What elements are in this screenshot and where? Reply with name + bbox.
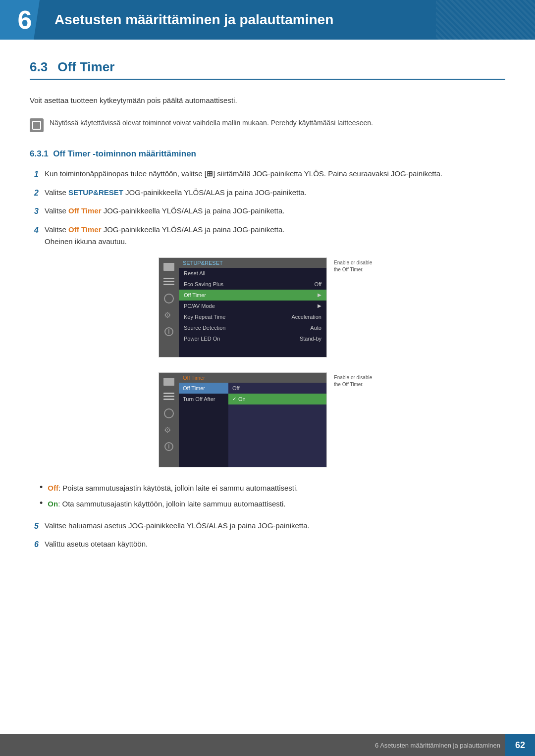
steps-list: 1 Kun toimintonäppäinopas tulee näyttöön… <box>30 168 505 248</box>
chapter-number: 6 <box>13 5 32 35</box>
step-number-2: 2 <box>30 187 39 200</box>
sidebar-icon-monitor <box>163 263 174 271</box>
screen2-option-off: Off <box>228 383 326 394</box>
step-2: 2 Valitse SETUP&RESET JOG-painikkeella Y… <box>30 187 505 200</box>
bullet-off-label: Off <box>48 484 58 492</box>
chapter-title: Asetusten määrittäminen ja palauttaminen <box>45 12 333 28</box>
step-number-1: 1 <box>30 168 39 181</box>
header-background <box>436 0 535 40</box>
menu-item-reset-all: Reset All <box>179 268 326 279</box>
step2-highlight: SETUP&RESET <box>68 188 123 197</box>
section-number: 6.3 <box>30 59 48 75</box>
screen2-menu-header: Off Timer <box>179 373 326 383</box>
step4-highlight: Off Timer <box>68 225 101 234</box>
screen2-item-off-timer: Off Timer <box>179 383 228 394</box>
screen2-right-menu: Off ✓ On <box>228 383 326 467</box>
step-text-4: Valitse Off Timer JOG-painikkeella YLÖS/… <box>45 224 284 248</box>
bullet-text-off: Off: Poista sammutusajastin käytöstä, jo… <box>48 482 298 494</box>
step-5: 5 Valitse haluamasi asetus JOG-painikkee… <box>30 520 505 533</box>
sidebar-icon-info: i <box>164 327 173 336</box>
step-text-3: Valitse Off Timer JOG-painikkeella YLÖS/… <box>45 205 284 217</box>
page-footer: 6 Asetusten määrittäminen ja palauttamin… <box>0 734 535 756</box>
screen2-menu-body: Off Timer Turn Off After Off ✓ On <box>179 383 326 467</box>
bullet-text-on: On: Ota sammutusajastin käyttöön, jolloi… <box>48 498 285 510</box>
step-text-6: Valittu asetus otetaan käyttöön. <box>45 538 148 550</box>
note-icon <box>30 118 44 132</box>
step-4: 4 Valitse Off Timer JOG-painikkeella YLÖ… <box>30 224 505 248</box>
screenshot-2-wrapper: i Off Timer Off Timer Turn Off After Off… <box>159 372 376 467</box>
bullet-off: • Off: Poista sammutusajastin käytöstä, … <box>40 482 505 494</box>
bullet-on: • On: Ota sammutusajastin käyttöön, joll… <box>40 498 505 510</box>
step-6: 6 Valittu asetus otetaan käyttöön. <box>30 538 505 551</box>
screen2-sidebar-icon-monitor <box>163 378 174 386</box>
step-number-5: 5 <box>30 520 39 533</box>
menu-item-eco: Eco Saving PlusOff <box>179 279 326 290</box>
screen1-note: Enable or disable the Off Timer. <box>332 257 376 275</box>
step-text-2: Valitse SETUP&RESET JOG-painikkeella YLÖ… <box>45 187 307 199</box>
page-header: 6 Asetusten määrittäminen ja palauttamin… <box>0 0 535 40</box>
section-title-block: 6.3 Off Timer <box>30 59 505 80</box>
main-content: 6.3 Off Timer Voit asettaa tuotteen kytk… <box>0 40 535 601</box>
screen1-menu: SETUP&RESET Reset All Eco Saving PlusOff… <box>179 258 326 357</box>
screenshots-section: i SETUP&RESET Reset All Eco Saving PlusO… <box>30 257 505 467</box>
sidebar-icon-arrow <box>164 294 174 303</box>
menu-item-off-timer: Off Timer▶ <box>179 290 326 301</box>
note-text: Näytössä käytettävissä olevat toiminnot … <box>50 117 373 128</box>
screen1-menu-header: SETUP&RESET <box>179 258 326 268</box>
screen2-sidebar-icon-lines <box>163 393 174 402</box>
screen2-note: Enable or disable the Off Timer. <box>332 372 376 390</box>
screen2-box: i Off Timer Off Timer Turn Off After Off… <box>159 372 327 467</box>
screen2-sidebar-icon-arrow <box>164 408 174 418</box>
subsection-title: 6.3.1 Off Timer -toiminnon määrittäminen <box>30 149 505 159</box>
screen2-sidebar: i <box>159 373 179 467</box>
footer-text: 6 Asetusten määrittäminen ja palauttamin… <box>0 742 505 749</box>
screen1-box: i SETUP&RESET Reset All Eco Saving PlusO… <box>159 257 327 357</box>
chapter-number-box: 6 <box>0 0 45 40</box>
screen2-option-on: ✓ On <box>228 394 326 404</box>
step-3: 3 Valitse Off Timer JOG-painikkeella YLÖ… <box>30 205 505 218</box>
sidebar-icon-gear <box>164 310 174 320</box>
step-text-5: Valitse haluamasi asetus JOG-painikkeell… <box>45 520 310 532</box>
step3-highlight: Off Timer <box>68 206 101 215</box>
section-name: Off Timer <box>57 59 114 75</box>
subsection-name: Off Timer -toiminnon määrittäminen <box>53 149 196 158</box>
screen2-left-menu: Off Timer Turn Off After <box>179 383 228 467</box>
screen2-menu: Off Timer Off Timer Turn Off After Off ✓… <box>179 373 326 467</box>
screen2-sidebar-icon-gear <box>164 425 174 435</box>
screen2-sidebar-icon-info: i <box>164 442 173 451</box>
screenshot-1-wrapper: i SETUP&RESET Reset All Eco Saving PlusO… <box>159 257 376 357</box>
section-description: Voit asettaa tuotteen kytkeytymään pois … <box>30 95 505 106</box>
step-text-1: Kun toimintonäppäinopas tulee näyttöön, … <box>45 168 442 180</box>
menu-item-pcav: PC/AV Mode▶ <box>179 301 326 311</box>
bullet-dot-1: • <box>40 482 43 493</box>
note-box: Näytössä käytettävissä olevat toiminnot … <box>30 115 505 134</box>
step-1: 1 Kun toimintonäppäinopas tulee näyttöön… <box>30 168 505 181</box>
step-number-3: 3 <box>30 205 39 218</box>
screen2-item-turn-off-after: Turn Off After <box>179 394 228 404</box>
steps-list-2: 5 Valitse haluamasi asetus JOG-painikkee… <box>30 520 505 551</box>
screen1-sidebar: i <box>159 258 179 357</box>
step-number-4: 4 <box>30 224 39 237</box>
menu-item-key-repeat: Key Repeat TimeAcceleration <box>179 311 326 322</box>
step-number-6: 6 <box>30 538 39 551</box>
bullet-dot-2: • <box>40 498 43 509</box>
bullet-list: • Off: Poista sammutusajastin käytöstä, … <box>40 482 505 510</box>
bullet-on-label: On <box>48 500 58 508</box>
subsection-number: 6.3.1 <box>30 149 49 158</box>
menu-item-source: Source DetectionAuto <box>179 322 326 333</box>
sidebar-icon-lines <box>163 278 174 287</box>
menu-item-power-led: Power LED OnStand-by <box>179 333 326 344</box>
footer-page-number: 62 <box>505 734 535 756</box>
